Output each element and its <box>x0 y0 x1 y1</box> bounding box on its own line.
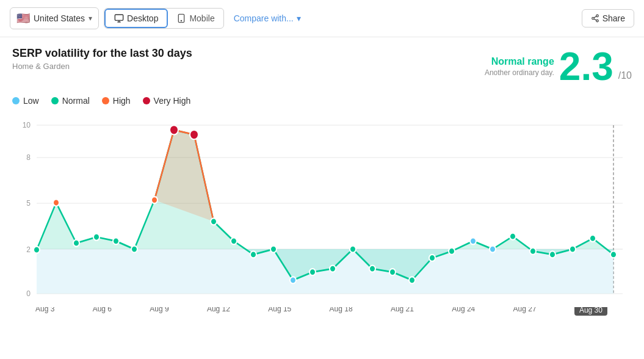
svg-point-39 <box>350 246 356 253</box>
svg-point-48 <box>530 248 536 255</box>
svg-point-2 <box>181 20 182 21</box>
svg-point-3 <box>596 15 598 17</box>
svg-point-52 <box>610 251 617 258</box>
score-denom: /10 <box>618 70 632 86</box>
svg-point-25 <box>73 240 79 247</box>
svg-point-47 <box>510 233 516 240</box>
legend-item-normal: Normal <box>51 96 90 106</box>
legend-label-high: High <box>113 96 131 106</box>
svg-point-35 <box>270 246 277 253</box>
top-bar: 🇺🇸 United States ▾ Desktop Mobile Compar… <box>0 0 644 37</box>
svg-point-24 <box>53 199 59 206</box>
legend-label-normal: Normal <box>62 96 90 106</box>
svg-point-44 <box>449 248 455 255</box>
svg-text:10: 10 <box>23 121 31 130</box>
low-dot <box>12 97 20 104</box>
svg-point-43 <box>429 255 435 261</box>
desktop-button[interactable]: Desktop <box>104 9 168 28</box>
desktop-icon <box>114 13 124 23</box>
legend-label-very-high: Very High <box>154 96 191 106</box>
svg-text:8: 8 <box>26 153 31 162</box>
chart-area: 10 8 5 2 0 <box>12 112 632 307</box>
country-flag: 🇺🇸 <box>16 12 30 25</box>
svg-point-37 <box>309 269 316 275</box>
svg-point-32 <box>211 218 217 225</box>
legend-item-low: Low <box>12 96 39 106</box>
legend-item-high: High <box>102 96 131 106</box>
svg-point-51 <box>590 235 596 242</box>
svg-point-26 <box>93 234 99 241</box>
svg-point-23 <box>34 247 40 253</box>
share-button[interactable]: Share <box>582 9 634 27</box>
svg-point-46 <box>490 246 496 253</box>
svg-point-30 <box>170 125 178 134</box>
svg-point-50 <box>570 246 576 253</box>
page-subtitle: Home & Garden <box>12 62 192 71</box>
legend-label-low: Low <box>23 96 39 106</box>
chevron-down-icon: ▾ <box>89 14 92 23</box>
title-block: SERP volatility for the last 30 days Hom… <box>12 47 192 71</box>
svg-point-31 <box>190 130 198 139</box>
svg-point-45 <box>470 238 476 244</box>
country-selector[interactable]: 🇺🇸 United States ▾ <box>10 7 99 29</box>
svg-point-49 <box>549 251 555 258</box>
share-icon <box>591 14 599 23</box>
compare-button[interactable]: Compare with... ▾ <box>234 13 301 23</box>
mobile-button[interactable]: Mobile <box>168 10 223 27</box>
svg-text:2: 2 <box>26 245 31 254</box>
score-text-block: Normal range Another ordinary day. <box>485 56 554 77</box>
mobile-icon <box>176 13 186 23</box>
content-area: SERP volatility for the last 30 days Hom… <box>0 37 644 316</box>
svg-point-40 <box>369 266 375 272</box>
device-group: Desktop Mobile <box>104 8 224 29</box>
svg-point-36 <box>290 277 296 283</box>
svg-point-42 <box>409 277 415 283</box>
svg-point-28 <box>131 246 137 253</box>
svg-point-38 <box>330 266 336 272</box>
svg-point-41 <box>389 269 396 275</box>
score-label: Normal range <box>485 56 554 67</box>
chart-legend: Low Normal High Very High <box>12 89 632 109</box>
svg-rect-0 <box>115 15 123 20</box>
score-desc: Another ordinary day. <box>485 68 554 77</box>
svg-text:5: 5 <box>26 199 31 208</box>
svg-point-33 <box>231 238 237 244</box>
svg-point-5 <box>596 20 598 22</box>
score-area: Normal range Another ordinary day. 2.3 /… <box>485 47 632 86</box>
page-title: SERP volatility for the last 30 days <box>12 47 192 60</box>
svg-point-34 <box>250 251 256 258</box>
very-high-dot <box>143 97 150 104</box>
high-dot <box>102 97 109 104</box>
header-row: SERP volatility for the last 30 days Hom… <box>12 47 632 86</box>
volatility-chart: 10 8 5 2 0 <box>12 112 632 307</box>
svg-text:0: 0 <box>26 289 31 299</box>
svg-point-4 <box>592 17 594 20</box>
svg-point-29 <box>151 197 157 203</box>
chevron-compare-icon: ▾ <box>297 13 301 23</box>
country-label: United States <box>34 13 85 23</box>
svg-line-6 <box>594 19 596 20</box>
share-label: Share <box>602 13 625 23</box>
svg-line-7 <box>594 16 596 18</box>
score-value: 2.3 <box>559 47 613 86</box>
compare-label: Compare with... <box>234 13 294 23</box>
normal-dot <box>51 97 59 104</box>
svg-point-27 <box>113 238 119 244</box>
legend-item-very-high: Very High <box>143 96 191 106</box>
